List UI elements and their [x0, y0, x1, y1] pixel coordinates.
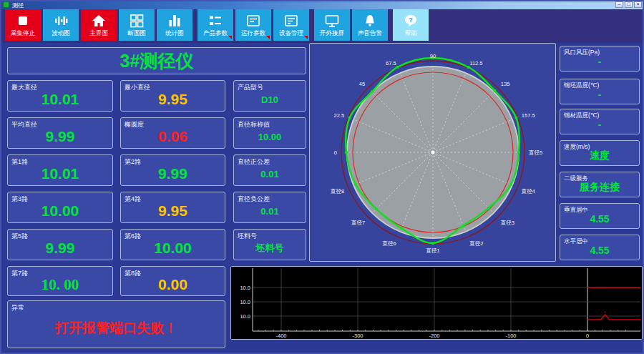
trend-y-label: 10.0: [240, 313, 250, 320]
toolbar-button-label: 帮助: [393, 29, 429, 38]
metric-cell-1-5: 第5路9.99: [7, 229, 113, 260]
trend-x-label: -400: [275, 333, 286, 339]
toolbar-button-help[interactable]: ?帮助: [393, 9, 429, 41]
toolbar-button-label: 断面图: [119, 29, 155, 38]
polar-angle-label: 直径8: [330, 188, 344, 195]
polar-angle-label: 直径2: [469, 240, 483, 247]
alarm-panel: 异常 打开报警端口失败！: [7, 300, 225, 348]
dropdown-caret-icon: [266, 36, 270, 39]
polar-angle-label: 67.5: [386, 60, 396, 67]
metric-value: 10.00: [8, 201, 112, 221]
bell-icon: [352, 12, 388, 29]
polar-angle-label: 0: [334, 149, 337, 156]
metric-value: 0.01: [234, 164, 306, 184]
metric-value: 9.95: [121, 89, 225, 109]
metric-value: 10.01: [8, 89, 112, 109]
cross-section-polar-chart: 022.54567.590112.5135157.5直径5直径4直径3直径2直径…: [310, 44, 555, 261]
metric-cell-3-3: 直径正公差0.01: [233, 154, 306, 186]
question-icon: ?: [393, 12, 429, 29]
toolbar-button-label: 统计图: [157, 29, 192, 38]
metric-cell-2-1: 最小直径9.95: [120, 80, 225, 112]
polar-angle-label: 90: [430, 53, 436, 59]
toolbar-button-wave[interactable]: 波动图: [43, 9, 79, 41]
status-value: 速度: [560, 148, 639, 164]
trend-x-label: 0: [586, 333, 589, 339]
dropdown-caret-icon: [228, 36, 232, 39]
metric-value: 9.99: [8, 238, 112, 258]
status-panel-5: 垂直居中4.55: [560, 203, 640, 229]
device-icon: [273, 12, 309, 29]
metric-value: 9.99: [121, 164, 225, 184]
toolbar-button-main[interactable]: 主界面: [81, 9, 117, 41]
toolbar-button-sound[interactable]: 声音告警: [352, 9, 388, 41]
status-panel-0: 风口风压(Pa)-: [560, 46, 640, 72]
home-icon: [81, 12, 117, 29]
status-value: 4.55: [560, 211, 639, 227]
toolbar-button-label: 波动图: [43, 29, 79, 38]
status-panel-1: 钢坯温度(℃)-: [560, 79, 640, 104]
title-bar[interactable]: 测径 – □ ×: [0, 0, 644, 9]
cross-section-chart-panel: 022.54567.590112.5135157.5直径5直径4直径3直径2直径…: [309, 43, 556, 262]
waveform-icon: [43, 12, 79, 29]
status-panel-6: 水平居中4.55: [560, 235, 640, 260]
trend-x-label: -300: [352, 333, 363, 339]
metric-value: D10: [234, 89, 306, 109]
toolbar-button-run[interactable]: 运行参数: [235, 9, 271, 41]
polar-angle-label: 直径5: [528, 149, 542, 156]
metric-cell-2-4: 第4路9.95: [120, 192, 225, 223]
metric-value: 坯料号: [234, 238, 306, 258]
toolbar-button-device[interactable]: 设备管理: [273, 9, 309, 41]
status-panel-2: 钢材温度(℃)-: [560, 109, 640, 134]
polar-angle-label: 直径3: [500, 220, 514, 226]
polar-angle-label: 直径7: [351, 220, 365, 226]
polar-angle-label: 直径1: [425, 247, 439, 254]
toolbar-button-screen[interactable]: 开外接屏: [314, 9, 350, 41]
polar-angle-label: 直径4: [521, 188, 535, 195]
polar-angle-label: 22.5: [334, 112, 345, 119]
toolbar-button-stats[interactable]: 统计图: [157, 9, 192, 41]
alarm-message: 打开报警端口失败！: [8, 310, 225, 346]
polar-angle-label: 112.5: [469, 60, 482, 67]
toolbar-button-product[interactable]: 产品参数: [197, 9, 233, 41]
toolbar-button-label: 采集停止: [5, 29, 41, 38]
trend-chart: 10.010.010.0-400-300-200-1000x: [231, 267, 642, 339]
dropdown-caret-icon: [304, 36, 308, 39]
metric-cell-1-1: 最大直径10.01: [7, 80, 113, 112]
metric-value: 0.06: [121, 127, 225, 147]
toolbar-button-label: 主界面: [81, 29, 117, 38]
trend-x-label: -100: [505, 333, 516, 339]
close-button[interactable]: ×: [634, 1, 642, 8]
metric-value: 0.01: [234, 201, 306, 221]
toolbar-button-stop[interactable]: 采集停止: [5, 9, 41, 41]
list-icon: [197, 12, 233, 29]
metric-cell-3-2: 直径标称值10.00: [233, 117, 306, 149]
status-value: -: [560, 117, 639, 132]
metric-cell-2-6: 第8路0.00: [120, 266, 225, 296]
maximize-button[interactable]: □: [625, 1, 633, 8]
toolbar-button-label: 开外接屏: [314, 29, 350, 38]
metric-value: 9.99: [8, 127, 112, 147]
toolbar-button-label: 声音告警: [352, 29, 388, 38]
monitor-icon: [314, 12, 350, 29]
status-panel-3: 速度(m/s)速度: [560, 140, 640, 166]
metric-cell-2-3: 第2路9.99: [120, 154, 225, 186]
metric-cell-2-2: 椭圆度0.06: [120, 117, 225, 149]
toolbar: 采集停止波动图主界面断面图统计图产品参数运行参数设备管理开外接屏声音告警?帮助: [0, 9, 644, 43]
windows-icon: [119, 12, 155, 29]
form-icon: [235, 12, 271, 29]
metric-value: 10. 00: [8, 275, 112, 294]
toolbar-button-section[interactable]: 断面图: [119, 9, 155, 41]
trend-y-label: 10.0: [240, 299, 250, 305]
status-panel-4: 二级服务服务连接: [560, 172, 640, 197]
status-value: 4.55: [560, 242, 639, 258]
metric-cell-3-4: 直径负公差0.01: [233, 192, 306, 223]
metric-value: 10.00: [121, 238, 225, 258]
metric-value: 10.01: [8, 164, 112, 184]
minimize-button[interactable]: –: [615, 1, 623, 8]
metric-cell-1-6: 第7路10. 00: [7, 266, 113, 296]
window-title: 测径: [12, 1, 24, 9]
status-value: 服务连接: [560, 180, 639, 195]
metric-cell-3-5: 坯料号坯料号: [233, 229, 306, 260]
gauge-title: 3#测径仪: [7, 47, 306, 74]
metric-cell-3-1: 产品型号D10: [233, 80, 306, 112]
